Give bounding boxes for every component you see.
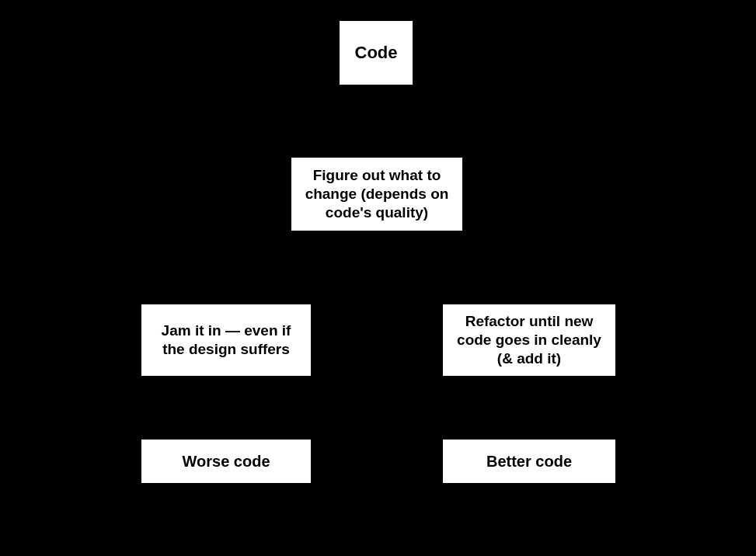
diagram-node-code: Code bbox=[340, 21, 413, 85]
diagram-node-worse: Worse code bbox=[141, 440, 311, 483]
node-code-label: Code bbox=[355, 42, 398, 64]
diagram-node-figure: Figure out what to change (depends on co… bbox=[291, 158, 462, 231]
node-worse-label: Worse code bbox=[183, 452, 270, 471]
diagram-node-refactor: Refactor until new code goes in cleanly … bbox=[443, 304, 615, 376]
diagram-node-jam: Jam it in — even if the design suffers bbox=[141, 304, 311, 376]
node-figure-label: Figure out what to change (depends on co… bbox=[302, 166, 451, 221]
diagram-node-better: Better code bbox=[443, 440, 615, 483]
node-better-label: Better code bbox=[486, 452, 572, 471]
node-refactor-label: Refactor until new code goes in cleanly … bbox=[454, 312, 604, 367]
node-jam-label: Jam it in — even if the design suffers bbox=[152, 321, 300, 359]
